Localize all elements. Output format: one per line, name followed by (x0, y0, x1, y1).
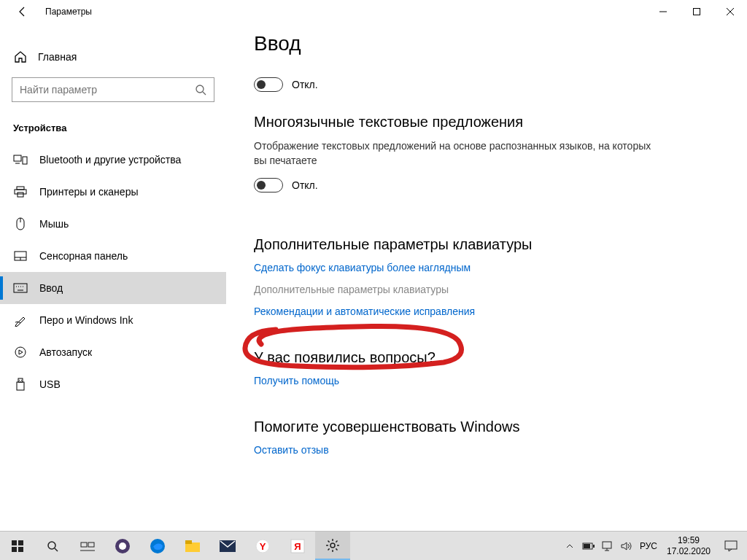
usb-icon (13, 377, 28, 392)
nav-label: Перо и Windows Ink (39, 314, 133, 326)
nav-label: Мышь (39, 218, 69, 230)
taskbar-app-edge[interactable] (140, 532, 175, 560)
link-feedback[interactable]: Оставить отзыв (254, 444, 725, 456)
minimize-button[interactable] (646, 0, 680, 23)
search-input[interactable] (20, 84, 193, 96)
nav-touchpad[interactable]: Сенсорная панель (0, 240, 226, 272)
maximize-button[interactable] (680, 0, 713, 23)
svg-point-23 (15, 347, 26, 357)
svg-rect-25 (17, 382, 24, 390)
taskbar-app-settings[interactable] (315, 532, 350, 560)
pen-icon (13, 313, 28, 327)
nav-printers[interactable]: Принтеры и сканеры (0, 176, 226, 208)
svg-line-54 (328, 548, 330, 550)
svg-rect-30 (12, 547, 17, 552)
nav-mouse[interactable]: Мышь (0, 208, 226, 240)
toggle-multilingual-label: Откл. (292, 179, 318, 191)
window-title: Параметры (45, 7, 92, 17)
svg-rect-1 (694, 9, 700, 15)
system-tray: РУС 19:59 17.02.2020 (560, 532, 747, 560)
svg-rect-57 (593, 545, 595, 548)
svg-rect-58 (584, 544, 590, 548)
tray-clock[interactable]: 19:59 17.02.2020 (661, 535, 716, 556)
taskbar-search[interactable] (35, 532, 70, 560)
svg-rect-11 (18, 192, 23, 197)
section-multilingual: Многоязычные текстовые предложения (254, 114, 725, 131)
link-keyboard-focus[interactable]: Сделать фокус клавиатуры более наглядным (254, 262, 725, 273)
tray-network-icon[interactable] (598, 541, 617, 551)
nav-label: Ввод (39, 282, 63, 294)
category-heading: Устройства (0, 115, 226, 144)
taskbar: Y Я РУС 19:59 17.02.2020 (0, 531, 747, 560)
multilingual-desc: Отображение текстовых предложений на осн… (254, 139, 662, 168)
svg-rect-59 (603, 542, 611, 548)
svg-line-33 (55, 548, 58, 551)
svg-rect-29 (18, 540, 23, 545)
taskbar-app-mail[interactable] (210, 532, 245, 560)
taskbar-app-explorer[interactable] (175, 532, 210, 560)
svg-rect-31 (18, 547, 23, 552)
svg-rect-10 (15, 190, 26, 194)
touchpad-icon (13, 249, 28, 263)
devices-icon (13, 152, 28, 167)
main-panel: Ввод Откл. Многоязычные текстовые предло… (226, 23, 747, 531)
svg-rect-28 (12, 540, 17, 545)
svg-rect-41 (185, 540, 192, 544)
section-questions: У вас появились вопросы? (254, 349, 725, 366)
nav-usb[interactable]: USB (0, 368, 226, 400)
svg-rect-7 (23, 157, 27, 164)
svg-line-53 (336, 548, 337, 550)
tray-battery-icon[interactable] (579, 542, 598, 551)
sidebar: Главная Устройства Bluetooth и другие ус… (0, 23, 226, 531)
svg-rect-24 (18, 378, 23, 382)
back-button[interactable] (13, 2, 32, 21)
nav-bluetooth[interactable]: Bluetooth и другие устройства (0, 144, 226, 176)
svg-rect-9 (17, 187, 24, 190)
task-view-button[interactable] (70, 532, 105, 560)
taskbar-app-yandex-circle[interactable] (105, 532, 140, 560)
search-box[interactable] (12, 77, 214, 102)
home-label: Главная (38, 51, 77, 63)
tray-time: 19:59 (661, 535, 716, 545)
tray-language[interactable]: РУС (636, 541, 661, 551)
link-advanced-keyboard[interactable]: Дополнительные параметры клавиатуры (254, 284, 725, 295)
svg-point-4 (196, 85, 204, 93)
section-feedback: Помогите усовершенствовать Windows (254, 419, 725, 435)
svg-rect-34 (81, 542, 87, 547)
page-title: Ввод (254, 32, 725, 55)
nav-autoplay[interactable]: Автозапуск (0, 336, 226, 368)
link-recommendations[interactable]: Рекомендации и автоматические исправлени… (254, 306, 725, 317)
search-icon (193, 84, 208, 96)
tray-chevron-icon[interactable] (560, 542, 579, 550)
toggle-1[interactable] (254, 77, 283, 92)
taskbar-app-yandex-square[interactable]: Я (280, 532, 315, 560)
svg-line-52 (328, 540, 330, 542)
printer-icon (13, 184, 28, 199)
nav-label: Автозапуск (39, 346, 92, 358)
close-button[interactable] (713, 0, 747, 23)
nav-pen[interactable]: Перо и Windows Ink (0, 304, 226, 336)
start-button[interactable] (0, 532, 35, 560)
nav-typing[interactable]: Ввод (0, 272, 226, 304)
tray-date: 17.02.2020 (661, 546, 716, 556)
section-keyboard: Дополнительные параметры клавиатуры (254, 236, 725, 253)
svg-text:Я: Я (294, 541, 301, 552)
toggle-1-label: Откл. (292, 79, 318, 90)
nav-label: Принтеры и сканеры (39, 186, 138, 198)
tray-notifications-icon[interactable] (716, 540, 746, 552)
toggle-multilingual[interactable] (254, 178, 283, 192)
autoplay-icon (13, 345, 28, 359)
home-icon (13, 50, 28, 64)
svg-text:Y: Y (260, 541, 266, 552)
tray-volume-icon[interactable] (617, 541, 636, 551)
svg-rect-6 (14, 155, 21, 161)
mouse-icon (13, 217, 28, 231)
link-get-help[interactable]: Получить помощь (254, 375, 725, 386)
svg-point-32 (48, 542, 55, 549)
home-nav[interactable]: Главная (0, 45, 226, 69)
taskbar-app-yandex-y[interactable]: Y (245, 532, 280, 560)
svg-point-47 (330, 543, 335, 548)
svg-point-38 (119, 542, 126, 550)
nav-label: Сенсорная панель (39, 250, 128, 262)
svg-line-5 (203, 92, 206, 95)
